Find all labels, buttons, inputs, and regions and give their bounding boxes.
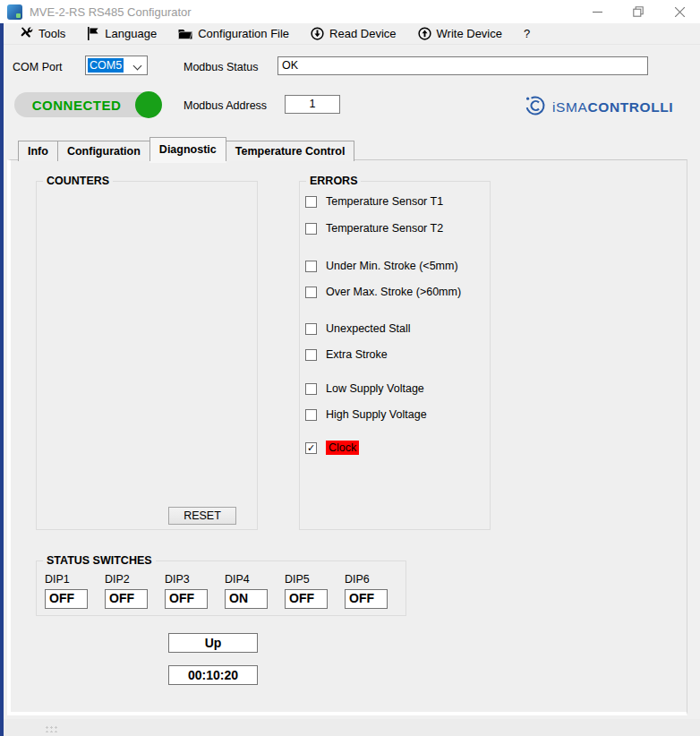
window-footer-area [0, 719, 700, 736]
brand-name-part2: CONTROLLI [587, 99, 673, 115]
dip-value-field: OFF [285, 589, 328, 609]
error-label: High Supply Voltage [326, 408, 427, 421]
error-row-temp-sensor-t1: Temperature Sensor T1 [305, 195, 443, 208]
menu-language[interactable]: Language [76, 23, 167, 45]
error-label: Temperature Sensor T1 [326, 195, 443, 208]
dip-label: DIP6 [345, 573, 398, 586]
checkbox-unchecked[interactable] [305, 349, 317, 361]
menu-write-device-label: Write Device [437, 27, 502, 40]
reset-button[interactable]: RESET [168, 507, 236, 525]
dip3-column: DIP3 OFF [165, 573, 218, 609]
error-row-low-supply-voltage: Low Supply Voltage [305, 382, 424, 395]
title-bar: MVE-2-RS RS485 Configurator [0, 0, 700, 23]
brand-logo-icon [524, 94, 546, 120]
status-jumper-failsafe-field: Up [168, 633, 258, 653]
error-label: Low Supply Voltage [326, 382, 424, 395]
checkbox-unchecked[interactable] [305, 383, 317, 395]
tab-diagnostic[interactable]: Diagnostic [149, 137, 226, 161]
resize-grip[interactable] [45, 725, 59, 732]
window-title: MVE-2-RS RS485 Configurator [30, 5, 192, 19]
error-label: Over Max. Stroke (>60mm) [326, 286, 461, 298]
dip-label: DIP4 [225, 573, 278, 586]
modbus-address-label: Modbus Address [184, 99, 267, 112]
app-window: MVE-2-RS RS485 Configurator [0, 0, 700, 736]
error-label: Extra Stroke [326, 348, 388, 361]
checkbox-unchecked[interactable] [305, 323, 317, 335]
com-port-value: COM5 [88, 58, 124, 73]
modbus-status-field[interactable]: OK [277, 56, 648, 75]
language-flag-icon [87, 27, 99, 40]
restore-button[interactable] [618, 0, 659, 23]
counters-group-title: COUNTERS [43, 175, 113, 187]
folder-icon [178, 28, 192, 40]
checkbox-unchecked[interactable] [305, 409, 317, 421]
menu-language-label: Language [105, 27, 157, 40]
error-row-clock: ✓ Clock [305, 441, 359, 455]
dip4-column: DIP4 ON [225, 573, 278, 609]
error-label: Unexpected Stall [326, 322, 411, 335]
com-port-select[interactable]: COM5 [85, 56, 148, 75]
dip-label: DIP1 [45, 573, 98, 586]
tools-icon [20, 27, 33, 40]
connection-status-indicator[interactable]: CONNECTED [14, 92, 161, 117]
tab-configuration[interactable]: Configuration [57, 141, 150, 161]
chevron-down-icon [134, 62, 141, 69]
dip-value-field: ON [225, 589, 268, 609]
error-row-temp-sensor-t2: Temperature Sensor T2 [305, 222, 443, 235]
error-row-high-supply-voltage: High Supply Voltage [305, 408, 427, 421]
dip-label: DIP5 [285, 573, 338, 586]
error-row-under-min-stroke: Under Min. Stroke (<5mm) [305, 260, 458, 272]
dip1-column: DIP1 OFF [45, 573, 98, 609]
upload-circle-icon [418, 27, 431, 40]
errors-group-title: ERRORS [306, 175, 361, 187]
menu-bar: Tools Language Configuration File [0, 23, 700, 45]
window-border-strip [0, 23, 4, 736]
error-label-clock-highlighted: Clock [326, 441, 359, 455]
checkbox-unchecked[interactable] [305, 196, 317, 208]
minimize-button[interactable] [576, 0, 618, 23]
error-label: Under Min. Stroke (<5mm) [326, 260, 458, 272]
dip-label: DIP2 [105, 573, 158, 586]
checkbox-unchecked[interactable] [305, 223, 317, 235]
menu-read-device[interactable]: Read Device [300, 23, 406, 45]
lifetime-field: 00:10:20 [168, 665, 258, 685]
menu-help-label: ? [524, 27, 530, 40]
menu-help[interactable]: ? [513, 23, 541, 45]
counters-groupbox [36, 181, 258, 530]
menu-configuration-file-label: Configuration File [198, 27, 289, 40]
dip5-column: DIP5 OFF [285, 573, 338, 609]
app-icon [7, 4, 22, 20]
dip-value-field: OFF [105, 589, 148, 609]
error-row-unexpected-stall: Unexpected Stall [305, 322, 411, 335]
checkbox-checked[interactable]: ✓ [305, 442, 317, 454]
dip-label: DIP3 [165, 573, 218, 586]
error-label: Temperature Sensor T2 [326, 222, 443, 235]
menu-configuration-file[interactable]: Configuration File [167, 23, 300, 45]
status-switches-group-title: STATUS SWITCHES [43, 554, 156, 567]
tab-temperature-control[interactable]: Temperature Control [226, 141, 355, 161]
dip-value-field: OFF [165, 589, 208, 609]
modbus-status-label: Modbus Status [184, 61, 258, 73]
dip2-column: DIP2 OFF [105, 573, 158, 609]
menu-tools[interactable]: Tools [9, 23, 76, 45]
dip-value-field: OFF [45, 589, 88, 609]
com-port-label: COM Port [13, 61, 63, 73]
menu-write-device[interactable]: Write Device [407, 23, 513, 45]
download-circle-icon [311, 27, 324, 40]
dip-value-field: OFF [345, 589, 388, 609]
tab-strip: Info Configuration Diagnostic Temperatur… [18, 137, 354, 161]
connection-led-icon [135, 91, 162, 118]
checkbox-unchecked[interactable] [305, 261, 317, 272]
modbus-address-field[interactable]: 1 [285, 95, 340, 114]
error-row-extra-stroke: Extra Stroke [305, 348, 388, 361]
error-row-over-max-stroke: Over Max. Stroke (>60mm) [305, 286, 461, 298]
connection-status-label: CONNECTED [14, 98, 133, 113]
menu-read-device-label: Read Device [329, 27, 396, 40]
brand-name-part1: iSMA [552, 99, 587, 115]
close-button[interactable] [659, 0, 700, 23]
checkbox-unchecked[interactable] [305, 287, 317, 298]
tab-info[interactable]: Info [18, 141, 58, 161]
brand-logo: iSMACONTROLLI [524, 94, 673, 120]
menu-tools-label: Tools [38, 27, 65, 40]
dip6-column: DIP6 OFF [345, 573, 398, 609]
